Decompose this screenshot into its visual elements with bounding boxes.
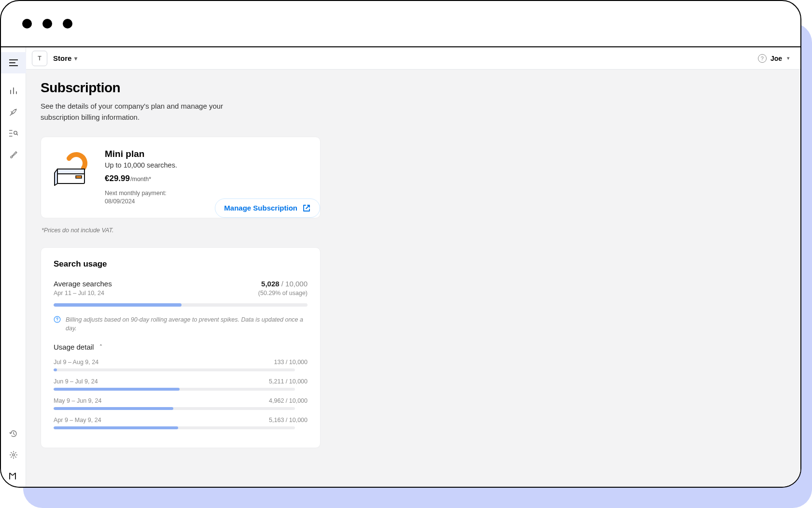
avg-searches-period: Apr 11 – Jul 10, 24 (54, 290, 112, 296)
plan-card: Mini plan Up to 10,000 searches. €29.99/… (41, 137, 321, 218)
avg-searches-percent: (50.29% of usage) (258, 290, 308, 296)
sidebar-item-design[interactable] (1, 144, 26, 165)
page-subtitle: See the details of your company's plan a… (41, 100, 243, 123)
avg-searches-label: Average searches (54, 280, 112, 288)
rocket-icon (9, 108, 18, 116)
usage-detail-bar (54, 407, 295, 410)
vat-note: *Prices do not include VAT. (42, 227, 786, 234)
window-titlebar (1, 1, 800, 47)
usage-detail-period: May 9 – Jun 9, 24 (54, 397, 101, 404)
plan-name: Mini plan (105, 149, 308, 159)
brush-icon (9, 150, 18, 159)
usage-detail-toggle[interactable]: Usage detail ˄ (54, 343, 308, 351)
store-avatar[interactable]: T (32, 51, 47, 66)
plan-illustration (54, 152, 92, 190)
svg-rect-4 (76, 176, 82, 178)
sidebar-item-history[interactable] (1, 423, 26, 444)
store-selector[interactable]: Store ▾ (53, 54, 77, 62)
sidebar-item-settings[interactable] (1, 444, 26, 466)
usage-detail-value: 133 / 10,000 (274, 359, 308, 366)
history-icon (9, 429, 18, 438)
avg-progress-bar (54, 303, 308, 307)
usage-detail-bar (54, 368, 295, 371)
usage-detail-row: Jul 9 – Aug 9, 24133 / 10,000 (54, 359, 308, 371)
page-title: Subscription (41, 80, 786, 96)
usage-detail-value: 5,211 / 10,000 (269, 378, 308, 385)
plan-next-payment-date: 08/09/2024 (105, 198, 135, 205)
usage-detail-label: Usage detail (54, 343, 94, 351)
gear-icon (9, 451, 18, 459)
menu-icon (9, 59, 18, 66)
usage-card: Search usage Average searches Apr 11 – J… (41, 247, 321, 449)
usage-detail-value: 4,962 / 10,000 (269, 397, 308, 404)
usage-detail-row: Jun 9 – Jul 9, 245,211 / 10,000 (54, 378, 308, 391)
menu-toggle-button[interactable] (1, 52, 26, 73)
plan-description: Up to 10,000 searches. (105, 161, 308, 169)
search-list-icon (9, 129, 18, 137)
window-dot (63, 19, 72, 28)
avg-searches-value: 5,028 / 10,000 (258, 280, 308, 288)
sidebar-item-search-list[interactable] (1, 123, 26, 144)
plan-price: €29.99 (105, 174, 130, 183)
sidebar (1, 47, 26, 487)
plan-next-payment-label: Next monthly payment: (105, 190, 167, 197)
sidebar-item-launch[interactable] (1, 101, 26, 123)
usage-detail-period: Jul 9 – Aug 9, 24 (54, 359, 98, 366)
window-dot (22, 19, 32, 28)
usage-detail-period: Apr 9 – May 9, 24 (54, 417, 101, 423)
svg-rect-3 (57, 169, 84, 174)
topbar: T Store ▾ ? Joe ▾ (26, 47, 800, 70)
plan-next-payment: Next monthly payment: 08/09/2024 (105, 189, 177, 206)
usage-detail-bar (54, 426, 295, 429)
avg-searches-number: 5,028 (261, 280, 280, 288)
help-icon[interactable]: ? (758, 54, 767, 63)
window-dot (42, 19, 52, 28)
user-name: Joe (770, 55, 782, 62)
usage-detail-period: Jun 9 – Jul 9, 24 (54, 378, 98, 385)
usage-info-text: Billing adjusts based on 90-day rolling … (66, 315, 308, 334)
usage-detail-value: 5,163 / 10,000 (269, 417, 308, 423)
usage-title: Search usage (54, 259, 308, 269)
plan-price-unit: /month* (130, 176, 151, 183)
manage-subscription-label: Manage Subscription (224, 204, 297, 212)
usage-detail-bar (54, 388, 295, 391)
chevron-down-icon: ▾ (787, 55, 790, 61)
manage-subscription-button[interactable]: Manage Subscription (215, 198, 320, 218)
usage-detail-row: May 9 – Jun 9, 244,962 / 10,000 (54, 397, 308, 410)
bar-chart-icon (10, 87, 17, 95)
user-menu[interactable]: ? Joe ▾ (758, 54, 790, 63)
svg-point-1 (12, 454, 14, 456)
usage-detail-row: Apr 9 – May 9, 245,163 / 10,000 (54, 417, 308, 429)
chevron-up-icon: ˄ (99, 344, 102, 351)
avg-searches-limit: 10,000 (285, 280, 308, 288)
external-link-icon (302, 204, 311, 212)
sidebar-item-analytics[interactable] (1, 80, 26, 101)
chevron-down-icon: ▾ (74, 55, 77, 62)
info-icon (54, 316, 61, 334)
store-selector-label: Store (53, 54, 71, 62)
brand-logo-icon (9, 472, 18, 480)
sidebar-item-brand[interactable] (1, 466, 26, 487)
